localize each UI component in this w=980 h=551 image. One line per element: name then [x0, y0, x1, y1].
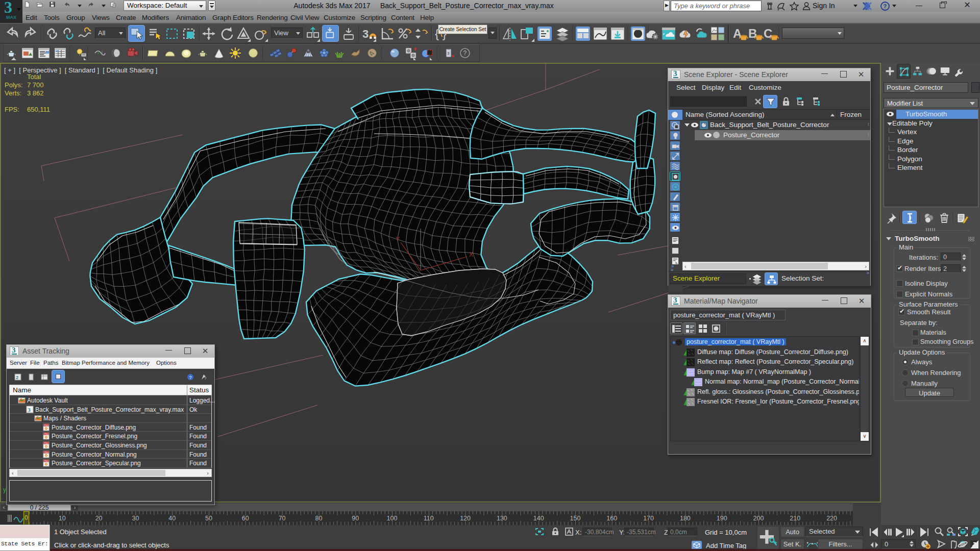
- curve-editor-button[interactable]: [592, 26, 608, 42]
- se-display-geometry2-icon-cell[interactable]: [670, 171, 680, 181]
- iterations-field[interactable]: 0: [941, 253, 961, 261]
- help-dropdown-arrow[interactable]: [892, 5, 896, 7]
- at-row-7[interactable]: PNGPosture_Corrector_Specular.pngFound: [10, 459, 211, 468]
- coord-y-field[interactable]: -35,531cm: [624, 528, 654, 536]
- spinner-snap-toggle-button[interactable]: [413, 26, 429, 42]
- se-display-spacewarps-icon-cell[interactable]: [670, 161, 680, 171]
- window-close-button[interactable]: ✕: [856, 296, 867, 306]
- mat-view-large-icons-icon-cell[interactable]: [710, 322, 722, 334]
- tab-create[interactable]: [883, 64, 897, 79]
- select-object-button[interactable]: [128, 25, 145, 42]
- mat-nav-item-5[interactable]: Refl. gloss.: Glossiness (Posture_Correc…: [671, 388, 859, 397]
- se-name-column-header[interactable]: Name (Sorted Ascending): [685, 111, 765, 118]
- zoom-all-icon[interactable]: [946, 527, 957, 537]
- se-menu-edit[interactable]: Edit: [729, 84, 741, 91]
- pin-stack-icon[interactable]: [886, 212, 897, 223]
- se-row-back_support_belt_posture_corrector[interactable]: Back_Support_Belt_Posture_Corrector↕: [682, 120, 870, 130]
- spin-down[interactable]: [962, 258, 966, 260]
- selection-lock-icon[interactable]: [551, 527, 559, 536]
- menu-customize[interactable]: Customize: [324, 14, 355, 21]
- absolute-mode-icon[interactable]: [565, 527, 575, 536]
- se-display-lights-icon-cell[interactable]: [670, 131, 680, 140]
- mat-scroll-down-arrow[interactable]: ∨: [861, 432, 869, 441]
- tab-modify[interactable]: [897, 64, 911, 79]
- rock-ball-button[interactable]: O: [365, 46, 379, 60]
- primitive-plane-button[interactable]: [147, 46, 160, 60]
- menu-tools[interactable]: Tools: [44, 14, 60, 21]
- se-layers-stack-icon[interactable]: [751, 273, 763, 285]
- track-bar[interactable]: 1020304050607080901001101201301401501601…: [0, 511, 853, 525]
- menu-animation[interactable]: Animation: [176, 14, 206, 21]
- select-and-rotate-button[interactable]: [218, 26, 234, 42]
- se-display-containers-icon-cell[interactable]: [670, 192, 680, 202]
- se-display-snowflake-icon-cell[interactable]: [670, 212, 680, 222]
- se-list-view-icon-cell[interactable]: [670, 235, 680, 244]
- add-time-tag-label[interactable]: Add Time Tag: [706, 542, 746, 549]
- at-row-2[interactable]: Maps / Shaders: [10, 414, 211, 423]
- se-scroll-right-arrow[interactable]: ›: [865, 263, 867, 269]
- se-hierarchy-mode-button[interactable]: [765, 272, 778, 285]
- se-bottom-chevrons[interactable]: »: [671, 263, 681, 269]
- tab-display[interactable]: [938, 64, 952, 79]
- stack-item-element[interactable]: Element: [884, 163, 978, 172]
- undo-button[interactable]: [63, 1, 74, 11]
- window-maximize-button[interactable]: [840, 71, 847, 78]
- frame-spin-down[interactable]: [910, 544, 914, 547]
- undo-dropdown-arrow[interactable]: [78, 5, 82, 7]
- se-row-posture_corrector[interactable]: Posture_Corrector↕: [682, 130, 870, 140]
- se-row-eye-icon[interactable]: [691, 122, 699, 128]
- molecule-button[interactable]: [285, 46, 299, 60]
- battery-button[interactable]: 3: [443, 46, 456, 60]
- window-minimize-button[interactable]: [822, 300, 829, 302]
- se-scroll-left-arrow[interactable]: ‹: [684, 263, 687, 269]
- at-vault-icon[interactable]: 2: [14, 373, 22, 381]
- se-display-frozen-box-icon-cell[interactable]: [670, 202, 680, 212]
- bird-button[interactable]: [349, 46, 362, 60]
- menu-graph-editors[interactable]: Graph Editors: [212, 14, 254, 21]
- se-frozen-column-header[interactable]: Frozen: [840, 111, 862, 118]
- asset-tracking-log-box[interactable]: [9, 480, 212, 502]
- at-menu-bitmap-performance-and-memory[interactable]: Bitmap Performance and Memory: [62, 360, 150, 366]
- at-status-column-header[interactable]: Status: [189, 386, 209, 394]
- mirror-button[interactable]: [502, 26, 518, 42]
- at-table-icon[interactable]: [40, 373, 48, 381]
- menu-edit[interactable]: Edit: [26, 14, 37, 21]
- next-frame-icon[interactable]: [905, 527, 916, 537]
- menu-views[interactable]: Views: [92, 14, 110, 21]
- bind-to-space-warp-button[interactable]: [77, 26, 93, 42]
- spin-up[interactable]: [962, 266, 966, 268]
- current-frame-marker[interactable]: 0: [23, 511, 29, 525]
- coord-z-field[interactable]: 0,0cm: [668, 528, 697, 536]
- primitive-disc-button[interactable]: [180, 46, 193, 60]
- window-title-bar[interactable]: 3Material/Map Navigator✕: [668, 295, 871, 308]
- workspace-switch-icon[interactable]: [109, 1, 120, 11]
- auto-key-button[interactable]: Auto: [780, 527, 804, 537]
- minimize-button[interactable]: [912, 0, 927, 11]
- zoom-icon[interactable]: [934, 527, 945, 537]
- toggle-ribbon-button[interactable]: [575, 26, 591, 42]
- at-menu-options[interactable]: Options: [156, 360, 177, 366]
- window-minimize-button[interactable]: [821, 73, 828, 75]
- se-menu-display[interactable]: Display: [702, 84, 724, 91]
- search-icon[interactable]: [765, 1, 775, 11]
- sphere-blue-button[interactable]: [388, 46, 401, 60]
- search-input[interactable]: Type a keyword or phrase: [671, 1, 762, 11]
- adaptive-degradation-icon[interactable]: [937, 539, 948, 549]
- se-lock-icon[interactable]: [781, 96, 791, 107]
- se-expand-arrow[interactable]: [684, 123, 690, 127]
- light-sun-button[interactable]: [229, 46, 242, 60]
- modifier-list-dropdown[interactable]: Modifier List: [884, 98, 978, 108]
- at-name-column-header[interactable]: Name: [13, 386, 31, 394]
- tab-utilities[interactable]: [952, 64, 966, 79]
- at-h-scrollbar[interactable]: ‹›: [9, 469, 212, 477]
- at-scroll-right-arrow[interactable]: ›: [207, 470, 209, 476]
- mat-view-list-icon-cell[interactable]: [670, 322, 682, 334]
- redo-dropdown-arrow[interactable]: [102, 5, 106, 7]
- render-iters-checkbox[interactable]: ✔: [896, 265, 903, 272]
- mat-scroll-up-arrow[interactable]: ∧: [861, 337, 869, 345]
- se-clear-search-icon[interactable]: [754, 97, 762, 106]
- zoom-region-icon[interactable]: [969, 527, 980, 537]
- at-scroll-left-arrow[interactable]: ‹: [12, 470, 14, 476]
- render-in-cloud-button[interactable]: [693, 26, 709, 42]
- explicit-normals-checkbox[interactable]: [896, 291, 903, 297]
